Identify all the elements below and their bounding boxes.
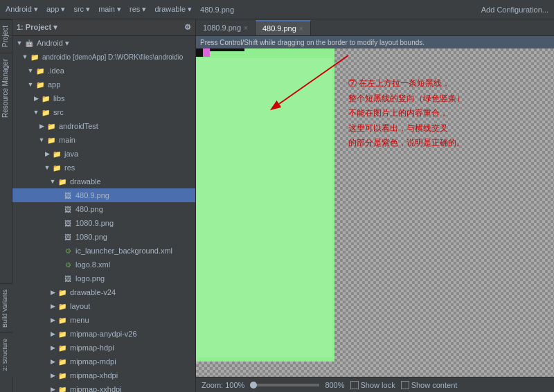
tree-item-1080png[interactable]: 🖼 1080.png bbox=[12, 230, 195, 244]
tree-item-menu[interactable]: ▶ 📁 menu bbox=[12, 313, 195, 327]
tab-label: 480.9.png bbox=[262, 24, 296, 33]
tab-project[interactable]: Project bbox=[0, 19, 12, 53]
editor-canvas: Press Control/Shift while dragging on th… bbox=[196, 36, 554, 377]
zoom-max-label: 800% bbox=[325, 381, 344, 389]
tab-label: 1080.9.png bbox=[203, 24, 241, 32]
tab-structure[interactable]: 2: Structure bbox=[0, 332, 12, 377]
folder-icon: 📁 bbox=[35, 79, 46, 90]
folder-icon: 📁 bbox=[51, 148, 62, 159]
panel-gear-icon[interactable]: ⚙ bbox=[184, 23, 191, 32]
tree-label: androidio [demoApp] D:\WORK\files\androi… bbox=[42, 53, 183, 61]
folder-icon: 📁 bbox=[57, 301, 68, 312]
toolbar-src[interactable]: src ▾ bbox=[71, 3, 93, 15]
tree-item-ic-launcher[interactable]: ⚙ ic_launcher_background.xml bbox=[12, 244, 195, 258]
tree-item-1080-9png[interactable]: 🖼 1080.9.png bbox=[12, 216, 195, 230]
tree-item-logo8[interactable]: ⚙ logo.8.xml bbox=[12, 258, 195, 271]
folder-icon: 📁 bbox=[57, 384, 68, 392]
show-content-box[interactable] bbox=[401, 381, 409, 389]
tree-item-mipmap-xxhdpi[interactable]: ▶ 📁 mipmap-xxhdpi bbox=[12, 382, 195, 392]
patch-pink-overlap bbox=[203, 48, 210, 57]
png-icon: 🖼 bbox=[62, 273, 73, 284]
tree-item-480png[interactable]: 🖼 480.png bbox=[12, 202, 195, 216]
tab-close-1080[interactable]: × bbox=[244, 24, 248, 32]
tree-label: src bbox=[53, 108, 64, 116]
tree-label: res bbox=[64, 163, 75, 172]
toolbar-add-config[interactable]: Add Configuration... bbox=[479, 4, 551, 15]
tree-item-mipmap-xhdpi[interactable]: ▶ 📁 mipmap-xhdpi bbox=[12, 368, 195, 382]
png-icon: 🖼 bbox=[62, 217, 73, 229]
show-content-checkbox[interactable]: Show content bbox=[401, 381, 458, 389]
content-area: 1080.9.png × 480.9.png × Press Control/S… bbox=[196, 19, 554, 392]
tree-item-mipmap-hdpi[interactable]: ▶ 📁 mipmap-hdpi bbox=[12, 341, 195, 355]
tree-label: menu bbox=[70, 316, 89, 324]
tree-label: mipmap-xhdpi bbox=[70, 371, 118, 380]
tree-label: .idea bbox=[48, 66, 64, 75]
tree-item-idea[interactable]: ▼ 📁 .idea bbox=[12, 64, 195, 78]
toolbar-app[interactable]: app ▾ bbox=[44, 3, 68, 15]
toolbar-main[interactable]: main ▾ bbox=[96, 3, 124, 15]
tree-label: mipmap-xxhdpi bbox=[70, 385, 122, 392]
toolbar-res[interactable]: res ▾ bbox=[127, 3, 149, 15]
tree-label: 1080.9.png bbox=[75, 219, 114, 227]
show-lock-checkbox[interactable]: Show lock bbox=[350, 381, 395, 389]
tree-label: drawable bbox=[70, 177, 101, 186]
tab-close-480[interactable]: × bbox=[299, 25, 303, 33]
toolbar-file[interactable]: 480.9.png bbox=[197, 4, 237, 15]
tree-label: 1080.png bbox=[75, 233, 107, 241]
tree-item-drawable-v24[interactable]: ▶ 📁 drawable-v24 bbox=[12, 285, 195, 299]
tree-label: mipmap-hdpi bbox=[70, 344, 114, 352]
tree-item-mipmap-mdpi[interactable]: ▶ 📁 mipmap-mdpi bbox=[12, 355, 195, 368]
tree-item-app[interactable]: ▼ 📁 app bbox=[12, 78, 195, 91]
tree-label: mipmap-anydpi-v26 bbox=[70, 330, 137, 338]
tree-label: drawable-v24 bbox=[70, 288, 116, 296]
toolbar-drawable[interactable]: drawable ▾ bbox=[152, 3, 195, 15]
tree-label: Android ▾ bbox=[37, 39, 69, 48]
tree-item-java[interactable]: ▶ 📁 java bbox=[12, 147, 195, 161]
patch-black-top-left bbox=[196, 48, 203, 57]
folder-icon: 📁 bbox=[51, 162, 62, 173]
editor-tab-bar: 1080.9.png × 480.9.png × bbox=[196, 19, 554, 36]
tab-build-variants[interactable]: Build Variants bbox=[0, 283, 12, 333]
tree-item-android[interactable]: ▼ 🤖 Android ▾ bbox=[12, 36, 195, 50]
status-bar: Zoom: 100% 800% Show lock Show content bbox=[196, 377, 554, 392]
tree-item-drawable[interactable]: ▼ 📁 drawable bbox=[12, 175, 195, 188]
folder-icon: 📁 bbox=[57, 287, 68, 298]
tree-item-480-9png[interactable]: 🖼 480.9.png bbox=[12, 188, 195, 202]
zoom-slider[interactable] bbox=[250, 384, 319, 386]
tree-item-layout[interactable]: ▶ 📁 layout bbox=[12, 299, 195, 313]
show-lock-box[interactable] bbox=[350, 381, 359, 389]
tree-item-libs[interactable]: ▶ 📁 libs bbox=[12, 91, 195, 105]
canvas-content: ⑦ 在左上方拉一条短黑线， 整个短黑线的竖向（绿色竖条） 不能在图片上的内容重合… bbox=[196, 48, 554, 377]
folder-icon: 📁 bbox=[57, 356, 68, 367]
annotation-line1: ⑦ 在左上方拉一条短黑线， bbox=[348, 76, 465, 91]
png-icon: 🖼 bbox=[62, 231, 73, 242]
tree-item-mipmap-anydpi[interactable]: ▶ 📁 mipmap-anydpi-v26 bbox=[12, 327, 195, 341]
patch-white-area bbox=[197, 58, 332, 357]
annotation-line3: 不能在图片上的内容重合， bbox=[348, 106, 465, 121]
tree-item-src[interactable]: ▼ 📁 src bbox=[12, 105, 195, 119]
android-icon: 🤖 bbox=[24, 37, 35, 48]
tree-item-project[interactable]: ▼ 📁 androidio [demoApp] D:\WORK\files\an… bbox=[12, 50, 195, 64]
annotation-line2: 整个短黑线的竖向（绿色竖条） bbox=[348, 91, 465, 107]
main-layout: Project Resource Manager 1: Project ▾ ⚙ … bbox=[0, 19, 554, 392]
folder-icon: 📁 bbox=[57, 314, 68, 326]
tree-label: androidTest bbox=[59, 122, 98, 130]
tree-item-androidtest[interactable]: ▶ 📁 androidTest bbox=[12, 119, 195, 133]
project-panel: 1: Project ▾ ⚙ ▼ 🤖 Android ▾ ▼ 📁 android… bbox=[12, 19, 196, 392]
folder-icon: 📁 bbox=[40, 107, 51, 118]
tree-label: java bbox=[64, 150, 78, 158]
zoom-thumb[interactable] bbox=[250, 382, 257, 389]
bottom-left-tabs: Build Variants 2: Structure bbox=[0, 283, 12, 377]
tree-item-main[interactable]: ▼ 📁 main bbox=[12, 133, 195, 147]
tree-item-res[interactable]: ▼ 📁 res bbox=[12, 161, 195, 175]
tree-label: main bbox=[59, 136, 75, 144]
toolbar-android[interactable]: Android ▾ bbox=[3, 3, 41, 15]
tab-480-9png[interactable]: 480.9.png × bbox=[256, 20, 311, 35]
tab-1080-9png[interactable]: 1080.9.png × bbox=[196, 20, 256, 35]
tree-label: layout bbox=[70, 302, 90, 310]
tab-resource-manager[interactable]: Resource Manager bbox=[0, 53, 12, 123]
folder-icon: 📁 bbox=[40, 93, 51, 104]
tree-item-logo-png[interactable]: 🖼 logo.png bbox=[12, 271, 195, 285]
tree-label: libs bbox=[53, 94, 65, 103]
png-icon: 🖼 bbox=[62, 190, 73, 201]
